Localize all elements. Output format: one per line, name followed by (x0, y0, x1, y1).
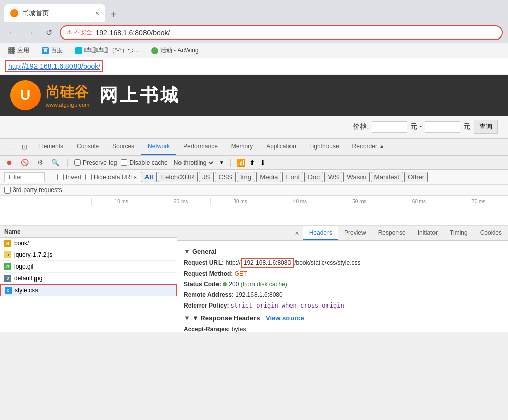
separator-2 (230, 159, 231, 167)
tab-memory[interactable]: Memory (225, 139, 259, 155)
tab-sources[interactable]: Sources (106, 139, 140, 155)
filter-fetch-button[interactable]: Fetch/XHR (158, 172, 198, 182)
forward-button[interactable]: → (23, 26, 38, 40)
preserve-log-checkbox[interactable]: Preserve log (74, 159, 117, 166)
view-source-link[interactable]: View source (266, 314, 304, 322)
filter-css-button[interactable]: CSS (215, 172, 236, 182)
tab-recorder[interactable]: Recorder ▲ (346, 139, 391, 155)
price-end-label: 元 (463, 122, 470, 131)
bookmarks-bar: 应用 百 百度 哔哩哔哩（°-°）つ... 活动 - AcWing (0, 43, 508, 58)
tab-elements[interactable]: Elements (32, 139, 69, 155)
detail-tab-initiator[interactable]: Initiator (412, 226, 444, 240)
record-button[interactable]: ⏺ (4, 158, 15, 167)
remote-address-val: 192.168.1.6:8080 (235, 291, 282, 298)
devtools-sidebar-icon[interactable]: ⊡ (19, 141, 31, 153)
page-url-link[interactable]: http://192.168.1.6:8080/book/ (5, 60, 103, 72)
file-item-jquery[interactable]: J jquery-1.7.2.js (0, 249, 177, 261)
tab-performance[interactable]: Performance (177, 139, 224, 155)
request-url-prefix: http:// (226, 259, 241, 266)
invert-checkbox[interactable]: Invert (57, 174, 81, 181)
bookmark-apps[interactable]: 应用 (5, 45, 32, 56)
baidu-label: 百度 (51, 46, 63, 55)
disable-cache-checkbox[interactable]: Disable cache (121, 159, 167, 166)
back-button[interactable]: ← (5, 26, 19, 40)
bookmark-baidu[interactable]: 百 百度 (39, 45, 66, 56)
status-code-key: Status Code: (184, 281, 221, 288)
stop-button[interactable]: 🚫 (19, 158, 31, 167)
network-split-panel: Name H book/ J jquery-1.7.2.js G logo.gi… (0, 226, 508, 332)
acwing-label: 活动 - AcWing (160, 46, 199, 55)
request-method-row: Request Method: GET (184, 269, 502, 278)
request-method-val: GET (235, 270, 247, 277)
address-bar-row: ← → ↺ ⚠ 不安全 192.168.1.6:8080/book/ (0, 22, 508, 43)
logo-text-area: 尚硅谷 www.atguigu.com (46, 83, 89, 108)
filter-input[interactable] (4, 172, 45, 182)
general-triangle: ▼ (184, 248, 190, 255)
price-max-input[interactable] (425, 121, 460, 133)
detail-close-button[interactable]: × (291, 226, 303, 240)
browser-tab[interactable]: 书城首页 × (4, 4, 105, 22)
filter-other-button[interactable]: Other (404, 172, 428, 182)
disable-cache-input[interactable] (121, 159, 127, 166)
apps-icon (8, 47, 15, 54)
filter-doc-button[interactable]: Doc (304, 172, 323, 182)
file-name-logo: logo.gif (14, 263, 34, 270)
search-button-devtools[interactable]: 🔍 (49, 158, 61, 167)
file-name-jquery: jquery-1.7.2.js (14, 251, 52, 258)
file-icon-css: C (5, 287, 12, 294)
filter-manifest-button[interactable]: Manifest (371, 172, 403, 182)
detail-panel: × Headers Preview Response Initiator Tim… (177, 226, 508, 332)
detail-tabs: × Headers Preview Response Initiator Tim… (177, 226, 508, 241)
detail-tab-timing[interactable]: Timing (444, 226, 474, 240)
mark-40ms: 40 ms (270, 198, 329, 205)
security-warning: ⚠ 不安全 (67, 28, 92, 37)
price-min-input[interactable] (372, 121, 407, 133)
bookmark-bilibili[interactable]: 哔哩哔哩（°-°）つ... (72, 45, 142, 56)
throttle-arrow: ▼ (219, 160, 224, 165)
page-url-bar: http://192.168.1.6:8080/book/ (0, 58, 508, 75)
preserve-log-input[interactable] (74, 159, 81, 166)
devtools-device-icon[interactable]: ⬚ (5, 141, 18, 153)
detail-tab-cookies[interactable]: Cookies (474, 226, 508, 240)
third-party-row: 3rd-party requests (0, 185, 508, 196)
filter-media-button[interactable]: Media (256, 172, 281, 182)
bookmark-acwing[interactable]: 活动 - AcWing (148, 45, 202, 56)
file-item-style[interactable]: C style.css (0, 284, 177, 296)
file-item-book[interactable]: H book/ (0, 238, 177, 249)
search-button[interactable]: 查询 (474, 120, 498, 134)
detail-tab-response[interactable]: Response (372, 226, 412, 240)
throttle-select[interactable]: No throttling (172, 159, 215, 167)
filter-button[interactable]: ⚙ (35, 158, 45, 167)
tab-close-button[interactable]: × (95, 9, 99, 17)
file-item-logo[interactable]: G logo.gif (0, 261, 177, 273)
mark-30ms: 30 ms (210, 198, 270, 205)
tab-network[interactable]: Network (141, 139, 176, 155)
file-item-default[interactable]: J default.jpg (0, 273, 177, 284)
new-tab-button[interactable]: + (106, 7, 121, 22)
file-name-book: book/ (14, 240, 29, 247)
tab-application[interactable]: Application (260, 139, 302, 155)
filter-type-buttons: All Fetch/XHR JS CSS Img Media Font Doc … (141, 172, 428, 182)
upload-icon: ⬆ (249, 159, 256, 167)
filter-wasm-button[interactable]: Wasm (343, 172, 369, 182)
filter-row: Invert Hide data URLs All Fetch/XHR JS C… (0, 170, 508, 185)
accept-ranges-row: Accept-Ranges: bytes (184, 325, 502, 332)
filter-js-button[interactable]: JS (199, 172, 214, 182)
detail-tab-headers[interactable]: Headers (303, 226, 338, 240)
hide-data-checkbox[interactable]: Hide data URLs (85, 174, 137, 181)
tab-lighthouse[interactable]: Lighthouse (303, 139, 345, 155)
third-party-checkbox[interactable]: 3rd-party requests (4, 186, 62, 194)
logo-url: www.atguigu.com (46, 102, 89, 108)
tab-console[interactable]: Console (70, 139, 105, 155)
filter-img-button[interactable]: Img (237, 172, 255, 182)
filter-font-button[interactable]: Font (282, 172, 303, 182)
detail-tab-preview[interactable]: Preview (338, 226, 372, 240)
filter-all-button[interactable]: All (141, 172, 157, 182)
price-label: 价格: (353, 122, 369, 131)
address-bar[interactable]: ⚠ 不安全 192.168.1.6:8080/book/ (60, 25, 503, 40)
site-tagline: 网上书城 (99, 83, 180, 108)
filter-sep (51, 173, 51, 181)
logo-name: 尚硅谷 (46, 83, 89, 102)
filter-ws-button[interactable]: WS (324, 172, 342, 182)
reload-button[interactable]: ↺ (42, 26, 56, 40)
